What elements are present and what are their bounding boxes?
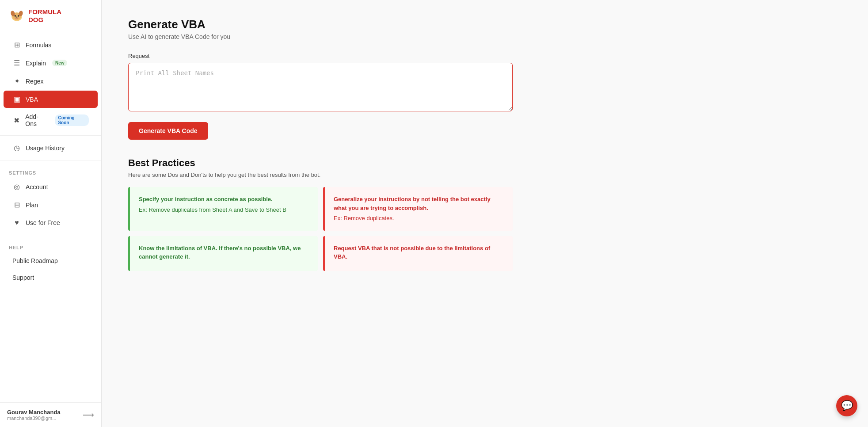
sidebar-item-public-roadmap[interactable]: Public Roadmap <box>4 253 98 269</box>
page-subtitle: Use AI to generate VBA Code for you <box>128 33 841 40</box>
practice-card-bad-1: Generalize your instructions by not tell… <box>323 187 513 231</box>
user-email: manchanda390@gm... <box>7 416 61 421</box>
practice-detail: Ex: Remove duplicates from Sheet A and S… <box>139 206 286 213</box>
sidebar-item-use-for-free[interactable]: ♥ Use for Free <box>4 214 98 231</box>
sidebar-item-regex[interactable]: ✦ Regex <box>4 72 98 90</box>
sidebar-item-label: Account <box>26 183 48 191</box>
practice-title: Generalize your instructions by not tell… <box>334 195 504 212</box>
sidebar-item-vba[interactable]: ▣ VBA <box>4 91 98 108</box>
help-label: HELP <box>0 239 101 252</box>
main-content: Generate VBA Use AI to generate VBA Code… <box>102 0 868 427</box>
explain-new-badge: New <box>52 60 68 66</box>
svg-point-5 <box>18 15 19 17</box>
logo-icon <box>9 8 25 24</box>
sidebar-divider-2 <box>0 160 101 160</box>
practice-card-bad-2: Request VBA that is not possible due to … <box>323 236 513 271</box>
logo: FORMULA DOG <box>0 0 101 32</box>
sidebar-item-label: Formulas <box>26 42 51 49</box>
practice-title: Request VBA that is not possible due to … <box>334 244 504 261</box>
sidebar-item-plan[interactable]: ⊟ Plan <box>4 196 98 214</box>
explain-icon: ☰ <box>12 59 21 67</box>
user-name: Gourav Manchanda <box>7 409 61 416</box>
user-footer: Gourav Manchanda manchanda390@gm... ⟶ <box>0 402 101 427</box>
heart-icon: ♥ <box>12 219 21 227</box>
sidebar-item-label: Plan <box>26 202 38 209</box>
page-title: Generate VBA <box>128 18 841 31</box>
regex-icon: ✦ <box>12 77 21 85</box>
sidebar-item-label: VBA <box>26 96 38 103</box>
practice-card-good-1: Specify your instruction as concrete as … <box>128 187 318 231</box>
sidebar-divider-3 <box>0 235 101 235</box>
chat-icon: 💬 <box>841 400 853 412</box>
formulas-icon: ⊞ <box>12 41 21 49</box>
logo-text-line2: DOG <box>28 16 61 24</box>
generate-btn-label: Generate VBA Code <box>139 127 198 134</box>
sidebar-item-label: Regex <box>26 78 43 85</box>
sidebar-item-label: Explain <box>26 60 46 67</box>
sidebar-item-support[interactable]: Support <box>4 270 98 286</box>
sidebar-item-label: Public Roadmap <box>12 257 58 264</box>
best-practices-title: Best Practices <box>128 157 841 169</box>
vba-icon: ▣ <box>12 95 21 103</box>
sidebar-item-formulas[interactable]: ⊞ Formulas <box>4 36 98 53</box>
sidebar-item-addons[interactable]: ✖ Add-Ons Coming Soon <box>4 109 98 132</box>
sidebar-item-label: Use for Free <box>26 219 60 226</box>
request-input[interactable] <box>128 63 513 111</box>
addons-soon-badge: Coming Soon <box>55 114 89 126</box>
practice-detail: Ex: Remove duplicates. <box>334 215 394 221</box>
settings-label: SETTINGS <box>0 164 101 177</box>
logout-icon: ⟶ <box>83 411 94 419</box>
practice-title: Know the limitations of VBA. If there's … <box>139 244 309 261</box>
sidebar: FORMULA DOG ⊞ Formulas ☰ Explain New ✦ R… <box>0 0 102 427</box>
usage-history-icon: ◷ <box>12 144 21 152</box>
practice-card-good-2: Know the limitations of VBA. If there's … <box>128 236 318 271</box>
sidebar-item-usage-history[interactable]: ◷ Usage History <box>4 139 98 156</box>
sidebar-navigation: ⊞ Formulas ☰ Explain New ✦ Regex ▣ VBA ✖… <box>0 32 101 402</box>
best-practices-subtitle: Here are some Dos and Don'ts to help you… <box>128 172 841 178</box>
logout-button[interactable]: ⟶ <box>83 410 94 420</box>
addons-icon: ✖ <box>12 116 21 125</box>
generate-vba-button[interactable]: Generate VBA Code <box>128 122 208 140</box>
sidebar-item-label: Usage History <box>26 145 65 152</box>
chat-bubble[interactable]: 💬 <box>836 395 857 416</box>
plan-icon: ⊟ <box>12 201 21 209</box>
sidebar-item-account[interactable]: ◎ Account <box>4 178 98 195</box>
sidebar-item-label: Add-Ons <box>25 113 49 127</box>
request-label: Request <box>128 53 841 59</box>
sidebar-item-explain[interactable]: ☰ Explain New <box>4 54 98 72</box>
user-info: Gourav Manchanda manchanda390@gm... <box>7 409 61 421</box>
account-icon: ◎ <box>12 183 21 191</box>
sidebar-divider-1 <box>0 135 101 136</box>
practices-grid: Specify your instruction as concrete as … <box>128 187 513 271</box>
practice-title: Specify your instruction as concrete as … <box>139 195 309 204</box>
sidebar-item-label: Support <box>12 274 34 281</box>
svg-point-8 <box>16 17 18 18</box>
logo-text-line1: FORMULA <box>28 8 61 16</box>
svg-point-4 <box>15 15 16 17</box>
